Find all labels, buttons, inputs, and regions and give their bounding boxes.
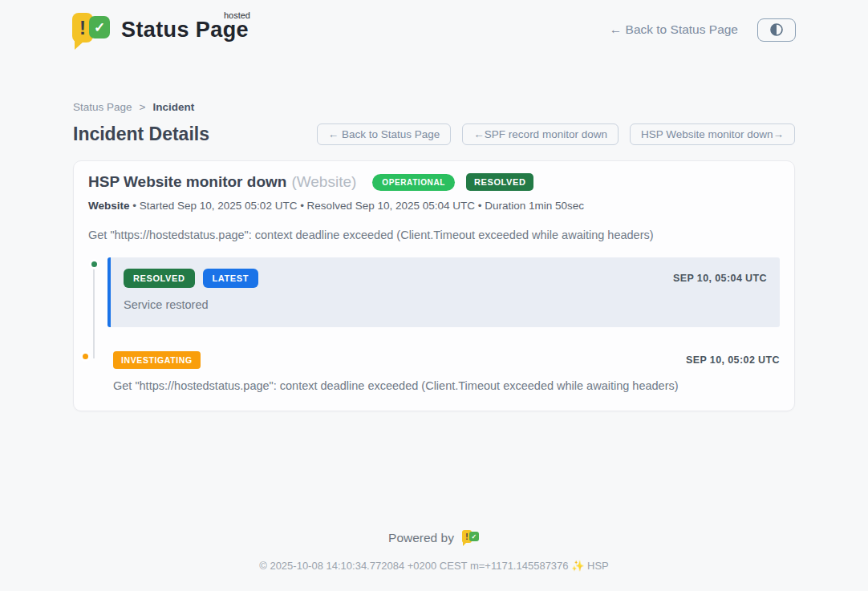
copyright-brand: HSP bbox=[587, 560, 609, 572]
incident-card: HSP Website monitor down (Website) OPERA… bbox=[73, 160, 795, 411]
incident-description: Get "https://hostedstatus.page": context… bbox=[88, 229, 780, 241]
timeline-dot-resolved-icon bbox=[89, 259, 99, 269]
brand-superscript: hosted bbox=[224, 10, 250, 20]
back-to-status-page-button[interactable]: ← Back to Status Page bbox=[317, 123, 452, 145]
footer: Powered by ! ✓ © 2025-10-08 14:10:34.772… bbox=[0, 529, 868, 591]
meta-component-name: Website bbox=[88, 200, 130, 212]
powered-by-link[interactable]: Powered by ! ✓ bbox=[0, 529, 868, 546]
incident-meta: Website • Started Sep 10, 2025 05:02 UTC… bbox=[88, 200, 780, 212]
operational-status-badge: OPERATIONAL bbox=[372, 174, 455, 191]
timeline-dot-investigating-icon bbox=[80, 351, 91, 362]
breadcrumb: Status Page > Incident bbox=[73, 101, 795, 113]
logo-checkmark-icon: ✓ bbox=[89, 16, 110, 38]
timeline-entry-resolved: RESOLVED LATEST SEP 10, 05:04 UTC Servic… bbox=[107, 257, 780, 327]
copyright-line: © 2025-10-08 14:10:34.772084 +0200 CEST … bbox=[0, 560, 868, 572]
header-actions: ← Back to Status Page bbox=[610, 18, 796, 42]
mini-logo-bubble-tail bbox=[463, 542, 467, 546]
timeline-entry-timestamp: SEP 10, 05:04 UTC bbox=[673, 273, 767, 284]
breadcrumb-current: Incident bbox=[152, 101, 194, 113]
timeline-entry-head: INVESTIGATING SEP 10, 05:02 UTC bbox=[113, 351, 780, 369]
resolved-status-badge: RESOLVED bbox=[466, 173, 534, 191]
status-page-mini-logo-icon: ! ✓ bbox=[462, 529, 480, 546]
brand-logo[interactable]: ! ✓ Status Page hosted bbox=[72, 11, 249, 48]
timeline-entry-head: RESOLVED LATEST SEP 10, 05:04 UTC bbox=[124, 269, 767, 288]
incident-timeline: RESOLVED LATEST SEP 10, 05:04 UTC Servic… bbox=[88, 257, 780, 392]
header: ! ✓ Status Page hosted ← Back to Status … bbox=[48, 11, 820, 48]
title-row: Incident Details ← Back to Status Page ←… bbox=[73, 123, 795, 145]
incident-component: (Website) bbox=[291, 173, 356, 191]
timeline-entry-message: Get "https://hostedstatus.page": context… bbox=[113, 379, 780, 392]
copyright-text: © 2025-10-08 14:10:34.772084 +0200 CEST … bbox=[259, 560, 568, 572]
incident-title: HSP Website monitor down bbox=[88, 173, 286, 191]
meta-details: • Started Sep 10, 2025 05:02 UTC • Resol… bbox=[132, 200, 584, 212]
breadcrumb-root[interactable]: Status Page bbox=[73, 101, 132, 113]
investigating-badge: INVESTIGATING bbox=[113, 351, 201, 369]
timeline-entry-badges: INVESTIGATING bbox=[113, 351, 201, 369]
logo-bubble-tail bbox=[75, 41, 84, 50]
next-incident-button[interactable]: HSP Website monitor down→ bbox=[630, 123, 795, 145]
incident-nav-buttons: ← Back to Status Page ←SPF record monito… bbox=[317, 123, 795, 145]
breadcrumb-separator: > bbox=[140, 101, 146, 113]
sparkles-icon: ✨ bbox=[571, 560, 584, 572]
timeline-entry-investigating: INVESTIGATING SEP 10, 05:02 UTC Get "htt… bbox=[107, 351, 780, 392]
prev-incident-button[interactable]: ←SPF record monitor down bbox=[462, 123, 619, 145]
page-title: Incident Details bbox=[73, 123, 209, 145]
main-content: Status Page > Incident Incident Details … bbox=[73, 101, 795, 411]
back-to-status-page-link[interactable]: ← Back to Status Page bbox=[610, 22, 738, 37]
timeline-connector-line bbox=[93, 269, 95, 358]
incident-card-header: HSP Website monitor down (Website) OPERA… bbox=[88, 173, 780, 191]
latest-badge: LATEST bbox=[203, 269, 259, 288]
timeline-entry-badges: RESOLVED LATEST bbox=[124, 269, 258, 288]
status-page-logo-icon: ! ✓ bbox=[72, 11, 111, 48]
theme-toggle-button[interactable] bbox=[757, 18, 796, 42]
brand-name: Status Page bbox=[121, 18, 249, 42]
mini-logo-checkmark-icon: ✓ bbox=[469, 532, 479, 541]
brand-text: Status Page hosted bbox=[121, 18, 249, 43]
resolved-badge: RESOLVED bbox=[124, 269, 195, 288]
contrast-icon bbox=[769, 22, 784, 37]
powered-by-label: Powered by bbox=[388, 531, 454, 545]
timeline-entry-timestamp: SEP 10, 05:02 UTC bbox=[686, 354, 780, 366]
timeline-entry-message: Service restored bbox=[124, 298, 767, 311]
